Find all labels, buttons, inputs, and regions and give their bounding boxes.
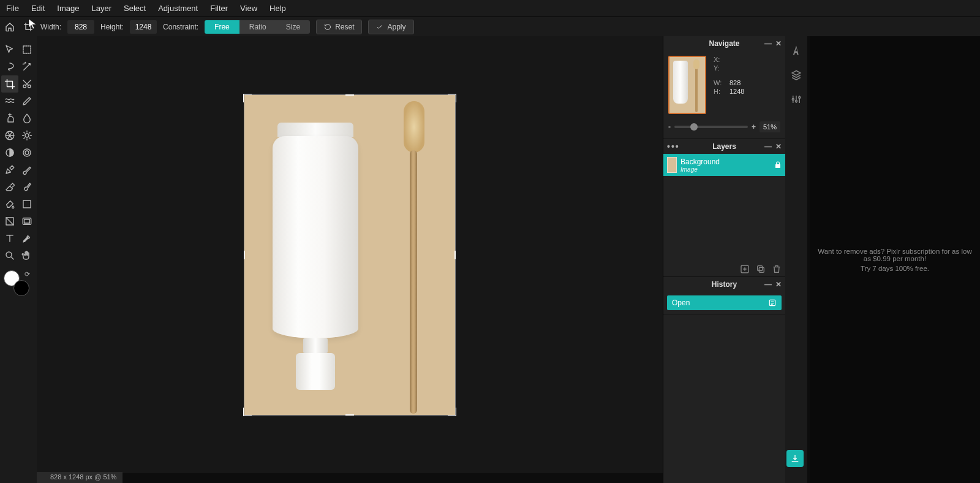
history-item-open[interactable]: Open xyxy=(667,295,782,310)
navigate-thumbnail[interactable] xyxy=(668,56,706,114)
constraint-size-button[interactable]: Size xyxy=(276,20,310,34)
add-layer-icon[interactable] xyxy=(740,264,750,274)
crop-icon[interactable] xyxy=(22,21,34,33)
reset-button[interactable]: Reset xyxy=(316,20,362,34)
history-minimize-icon[interactable]: — xyxy=(764,280,772,289)
height-label: Height: xyxy=(100,23,124,31)
tool-dodge[interactable] xyxy=(1,144,18,161)
zoom-in-button[interactable]: + xyxy=(752,123,756,131)
lock-icon[interactable] xyxy=(774,161,782,169)
width-input[interactable] xyxy=(67,20,94,34)
tool-gradient[interactable] xyxy=(18,196,36,213)
options-bar: Width: Height: Constraint: Free Ratio Si… xyxy=(0,17,980,36)
image-toothbrush xyxy=(401,101,426,414)
tool-fill[interactable] xyxy=(1,196,18,213)
layers-options-icon[interactable]: ••• xyxy=(667,142,680,151)
tool-hand[interactable] xyxy=(18,247,36,264)
home-icon[interactable] xyxy=(4,21,16,33)
delete-layer-icon[interactable] xyxy=(772,264,782,274)
crop-handle-br[interactable] xyxy=(448,408,456,416)
menu-adjustment[interactable]: Adjustment xyxy=(158,4,198,13)
tool-eraser[interactable] xyxy=(1,178,18,196)
width-label: Width: xyxy=(40,23,61,31)
tab-text-icon[interactable] xyxy=(791,45,802,56)
tab-adjust-icon[interactable] xyxy=(791,94,802,105)
layers-panel: ••• Layers — ✕ Background Image xyxy=(663,139,785,277)
tool-pen[interactable] xyxy=(1,161,18,178)
background-color[interactable] xyxy=(13,280,29,296)
layer-type: Image xyxy=(680,166,720,173)
apply-label: Apply xyxy=(387,23,405,31)
constraint-free-button[interactable]: Free xyxy=(205,20,239,34)
tool-smudge[interactable] xyxy=(18,178,36,196)
navigate-minimize-icon[interactable]: — xyxy=(764,39,772,48)
menu-select[interactable]: Select xyxy=(124,4,146,13)
tool-shape[interactable] xyxy=(1,213,18,230)
crop-handle-t[interactable] xyxy=(345,94,354,96)
crop-handle-r[interactable] xyxy=(454,251,456,259)
tool-picker[interactable] xyxy=(18,230,36,247)
swap-colors-icon[interactable]: ⟳ xyxy=(24,270,30,278)
zoom-out-button[interactable]: - xyxy=(668,123,671,131)
tool-lasso[interactable] xyxy=(1,58,18,75)
history-close-icon[interactable]: ✕ xyxy=(775,280,782,289)
tool-sharpen[interactable] xyxy=(18,144,36,161)
crop-handle-b[interactable] xyxy=(345,414,354,416)
svg-rect-11 xyxy=(24,219,30,223)
history-panel-title: History xyxy=(712,280,737,289)
tool-frame[interactable] xyxy=(18,213,36,230)
tool-blur[interactable] xyxy=(18,110,36,127)
svg-rect-15 xyxy=(758,266,763,271)
tool-marquee[interactable] xyxy=(18,41,36,58)
height-input[interactable] xyxy=(130,20,157,34)
crop-handle-tr[interactable] xyxy=(448,94,456,102)
svg-point-12 xyxy=(6,252,12,257)
canvas-area[interactable] xyxy=(37,36,663,473)
zoom-slider[interactable] xyxy=(674,126,748,128)
navigate-close-icon[interactable]: ✕ xyxy=(775,39,782,48)
tool-heal[interactable] xyxy=(1,127,18,144)
tool-pencil[interactable] xyxy=(18,93,36,110)
navigate-info: X: Y: W:828 H:1248 xyxy=(714,56,780,114)
apply-button[interactable]: Apply xyxy=(368,20,413,34)
right-panels: Navigate — ✕ X: Y: W:828 H:1248 - + 51% xyxy=(663,36,785,483)
svg-point-19 xyxy=(799,97,801,99)
zoom-value[interactable]: 51% xyxy=(760,121,780,132)
canvas-image[interactable] xyxy=(244,94,456,416)
menu-filter[interactable]: Filter xyxy=(210,4,228,13)
crop-handle-tl[interactable] xyxy=(243,94,252,102)
layer-row-background[interactable]: Background Image xyxy=(663,154,785,176)
color-swatches: ⟳ xyxy=(1,270,36,301)
menu-view[interactable]: View xyxy=(240,4,257,13)
history-item-label: Open xyxy=(672,299,690,307)
menu-edit[interactable]: Edit xyxy=(31,4,45,13)
layers-minimize-icon[interactable]: — xyxy=(764,142,772,151)
layers-close-icon[interactable]: ✕ xyxy=(775,142,782,151)
tab-layers-icon[interactable] xyxy=(791,69,802,80)
crop-handle-l[interactable] xyxy=(244,251,245,259)
tool-text[interactable] xyxy=(1,230,18,247)
layer-name: Background xyxy=(680,158,720,166)
tool-clone[interactable] xyxy=(1,110,18,127)
tool-wand[interactable] xyxy=(18,58,36,75)
duplicate-layer-icon[interactable] xyxy=(756,264,766,274)
tool-brush[interactable] xyxy=(18,161,36,178)
constraint-ratio-button[interactable]: Ratio xyxy=(239,20,276,34)
tool-zoom[interactable] xyxy=(1,247,18,264)
tool-liquify[interactable] xyxy=(1,93,18,110)
menu-image[interactable]: Image xyxy=(57,4,79,13)
crop-handle-bl[interactable] xyxy=(243,408,252,416)
tool-arrow[interactable] xyxy=(1,41,18,58)
tool-bar: ⟳ xyxy=(0,36,37,483)
tool-cut[interactable] xyxy=(18,75,36,93)
menu-help[interactable]: Help xyxy=(270,4,286,13)
navigate-panel: Navigate — ✕ X: Y: W:828 H:1248 - + 51% xyxy=(663,36,785,139)
tool-sun[interactable] xyxy=(18,127,36,144)
svg-point-18 xyxy=(796,101,797,102)
download-button[interactable] xyxy=(786,450,804,467)
history-item-icon xyxy=(768,299,777,307)
menu-file[interactable]: File xyxy=(6,4,19,13)
tool-crop[interactable] xyxy=(1,75,18,93)
constraint-group: Free Ratio Size xyxy=(205,20,310,34)
menu-layer[interactable]: Layer xyxy=(92,4,112,13)
